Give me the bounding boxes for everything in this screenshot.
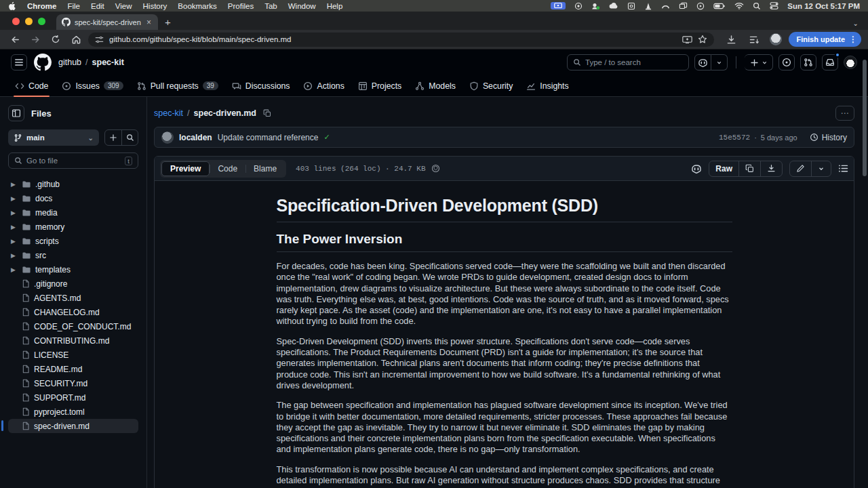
tree-file-gitignore[interactable]: .gitignore [8,277,138,291]
menu-tab[interactable]: Tab [264,2,277,10]
tab-projects[interactable]: Projects [351,75,408,96]
collapse-sidebar-icon[interactable] [8,105,24,121]
pull-requests-icon-button[interactable] [800,54,816,70]
raw-button[interactable]: Raw [709,161,738,176]
menu-bookmarks[interactable]: Bookmarks [178,2,217,10]
address-bar[interactable]: github.com/github/spec-kit/blob/main/spe… [88,33,714,47]
tab-code-view[interactable]: Code [210,161,245,176]
reading-list-icon[interactable] [747,31,763,47]
new-tab-button[interactable]: + [158,16,178,30]
outline-toc-icon[interactable] [838,164,848,173]
checks-status-icon[interactable]: ✓ [323,133,330,142]
go-to-file-input[interactable] [26,157,121,165]
tab-search-icon[interactable]: ⌄ [853,20,868,27]
tree-file-contributing[interactable]: CONTRIBUTING.md [8,333,138,348]
menubar-clock[interactable]: Sun 12 Oct 5:17 PM [787,2,860,10]
menu-help[interactable]: Help [327,2,343,10]
user-avatar[interactable] [844,56,857,69]
play-circle-icon[interactable] [696,2,705,10]
reload-icon[interactable] [47,31,64,47]
tab-close-icon[interactable]: × [145,18,153,26]
battery-icon[interactable] [713,3,726,9]
home-icon[interactable] [68,31,84,47]
spotlight-icon[interactable] [753,2,761,10]
create-new-button[interactable] [745,54,773,70]
tree-file-license[interactable]: LICENSE [8,348,138,362]
global-search-input[interactable]: Type / to search [567,54,689,70]
edit-caret-icon[interactable] [811,161,831,176]
tab-code[interactable]: Code [8,75,55,96]
tree-file-pyproject[interactable]: pyproject.toml [8,405,138,419]
copy-raw-icon[interactable] [738,161,760,176]
tree-file-security[interactable]: SECURITY.md [8,376,138,390]
go-to-file-field[interactable]: t [8,152,138,169]
tab-blame[interactable]: Blame [245,161,285,176]
tree-folder-media[interactable]: ▶ media [8,205,138,220]
finish-update-button[interactable]: Finish update ⋮ [789,32,862,47]
copilot-file-icon[interactable] [691,164,702,174]
download-icon[interactable] [724,31,740,47]
tree-file-support[interactable]: SUPPORT.md [8,390,138,405]
search-tree-icon[interactable] [121,130,138,145]
copy-path-icon[interactable] [263,109,271,117]
menu-history[interactable]: History [143,2,167,10]
commit-author[interactable]: localden [179,133,212,142]
tree-file-code-of-conduct[interactable]: CODE_OF_CONDUCT.md [8,319,138,333]
github-logo[interactable] [34,54,52,71]
issues-icon-button[interactable] [778,54,795,70]
record-icon[interactable] [574,2,583,10]
forward-icon[interactable] [27,31,43,47]
tab-preview[interactable]: Preview [161,161,210,176]
commit-message[interactable]: Update command reference [218,133,319,142]
tree-file-changelog[interactable]: CHANGELOG.md [8,305,138,319]
tab-pull-requests[interactable]: Pull requests 39 [130,75,225,96]
control-center-icon[interactable] [770,2,778,9]
browser-tab[interactable]: spec-kit/spec-driven.md at m × [56,14,158,30]
browser-profile-avatar[interactable] [770,33,782,45]
arc-icon[interactable] [661,3,670,9]
tree-folder-memory[interactable]: ▶ memory [8,220,138,234]
cloud-icon[interactable] [609,2,618,9]
cast-tab-icon[interactable] [682,35,692,44]
branch-selector[interactable]: main ⌄ [8,129,99,146]
tab-actions[interactable]: Actions [296,75,351,96]
bookmark-star-icon[interactable] [698,35,707,44]
tree-file-agents[interactable]: AGENTS.md [8,291,138,305]
info-icon[interactable] [431,164,440,173]
menu-view[interactable]: View [115,2,132,10]
add-file-icon[interactable] [105,130,121,145]
back-icon[interactable] [7,31,23,47]
tab-issues[interactable]: Issues 309 [55,75,130,96]
repo-link[interactable]: spec-kit [92,58,124,67]
zoom-window-button[interactable] [38,18,45,25]
screenshot-icon[interactable] [627,2,635,10]
tree-folder-github[interactable]: ▶ .github [8,177,138,191]
menu-profiles[interactable]: Profiles [228,2,254,10]
tree-file-readme[interactable]: README.md [8,362,138,376]
screen-mirroring-icon[interactable] [551,2,566,9]
download-raw-icon[interactable] [760,161,782,176]
org-link[interactable]: github [58,58,81,67]
breadcrumb-repo-link[interactable]: spec-kit [154,108,183,118]
menu-chrome[interactable]: Chrome [27,2,56,10]
browser-menu-icon[interactable]: ⋮ [849,35,857,44]
url-text[interactable]: github.com/github/spec-kit/blob/main/spe… [109,35,677,43]
tree-file-spec-driven[interactable]: spec-driven.md [8,419,138,433]
commit-author-avatar[interactable] [161,131,174,144]
copilot-icon[interactable] [694,54,711,70]
tab-models[interactable]: Models [408,75,462,96]
windows-icon[interactable] [679,2,688,9]
meeting-icon[interactable] [591,2,600,10]
tree-folder-scripts[interactable]: ▶ scripts [8,234,138,248]
history-button[interactable]: History [810,133,847,142]
menu-window[interactable]: Window [288,2,316,10]
hamburger-menu-button[interactable] [11,54,27,70]
edit-pencil-icon[interactable] [790,161,811,176]
wifi-icon[interactable] [734,2,744,9]
close-window-button[interactable] [12,18,20,25]
tab-insights[interactable]: Insights [519,75,575,96]
tab-discussions[interactable]: Discussions [225,75,297,96]
vlc-icon[interactable] [644,2,652,10]
page-scrollbar-thumb[interactable] [863,60,867,176]
menu-file[interactable]: File [67,2,80,10]
